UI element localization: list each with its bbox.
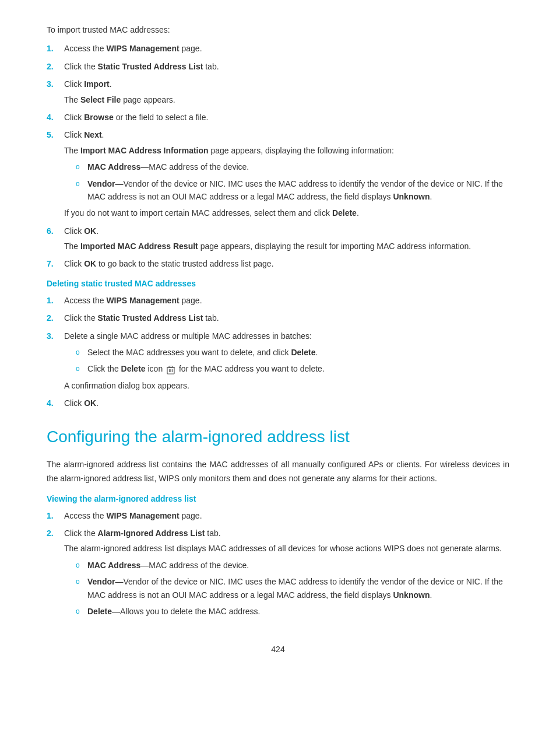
bullet-mac-address-1: o MAC Address—MAC address of the device. [76, 160, 509, 173]
delete-step-content-3: Delete a single MAC address or multiple … [64, 330, 509, 393]
view-bullet-text-delete: Delete—Allows you to delete the MAC addr… [87, 605, 261, 618]
svg-rect-2 [169, 366, 173, 368]
static-trusted-bold-1: Static Trusted Address List [98, 62, 203, 71]
import-step-1: 1. Access the WIPS Management page. [47, 42, 509, 55]
view-step-2: 2. Click the Alarm-Ignored Address List … [47, 527, 509, 621]
delete-step-3: 3. Delete a single MAC address or multip… [47, 330, 509, 393]
chapter-heading: Configuring the alarm-ignored address li… [47, 426, 509, 447]
step-content-2: Click the Static Trusted Address List ta… [64, 60, 509, 73]
delete-step-num-1: 1. [47, 294, 64, 307]
step-content-3: Click Import. The Select File page appea… [64, 78, 509, 106]
step-num-6: 6. [47, 225, 64, 237]
intro-text: To import trusted MAC addresses: [47, 23, 509, 36]
import-step-6: 6. Click OK. The Imported MAC Address Re… [47, 225, 509, 253]
view-bullet-icon-1: o [76, 559, 87, 571]
import-step-4: 4. Click Browse or the field to select a… [47, 111, 509, 124]
static-trusted-bold-2: Static Trusted Address List [98, 313, 203, 323]
imported-mac-result-bold: Imported MAC Address Result [80, 242, 198, 251]
view-bullet-icon-3: o [76, 605, 87, 617]
view-step2-bullets: o MAC Address—MAC address of the device.… [76, 559, 509, 618]
step5-subnote: The Import MAC Address Information page … [64, 144, 509, 157]
view-step-num-1: 1. [47, 509, 64, 522]
step-num-7: 7. [47, 257, 64, 270]
alarm-ignored-bold: Alarm-Ignored Address List [98, 528, 205, 538]
wips-mgmt-bold-1: WIPS Management [106, 44, 179, 53]
delete-bullet-icon-1: o [76, 346, 87, 358]
select-file-bold: Select File [80, 95, 121, 104]
view-step2-subnote: The alarm-ignored address list displays … [64, 542, 509, 555]
step-num-2: 2. [47, 60, 64, 73]
ok-bold-1: OK [84, 226, 96, 236]
step-content-7: Click OK to go back to the static truste… [64, 257, 509, 270]
view-step-content-2: Click the Alarm-Ignored Address List tab… [64, 527, 509, 621]
step-num-5: 5. [47, 128, 64, 141]
view-bullet-text-mac: MAC Address—MAC address of the device. [87, 559, 249, 572]
step5-extra: If you do not want to import certain MAC… [64, 206, 509, 219]
delete-step-2: 2. Click the Static Trusted Address List… [47, 312, 509, 324]
next-bold: Next [84, 130, 101, 139]
import-step-2: 2. Click the Static Trusted Address List… [47, 60, 509, 73]
wips-mgmt-bold-3: WIPS Management [106, 511, 179, 520]
view-step-1: 1. Access the WIPS Management page. [47, 509, 509, 522]
unknown-bold-2: Unknown [393, 590, 430, 600]
delete-step-num-3: 3. [47, 330, 64, 342]
view-bullet-mac: o MAC Address—MAC address of the device. [76, 559, 509, 572]
view-step-num-2: 2. [47, 527, 64, 540]
import-step-7: 7. Click OK to go back to the static tru… [47, 257, 509, 270]
browse-bold: Browse [84, 113, 114, 122]
bullet-text-vendor-1: Vendor—Vendor of the device or NIC. IMC … [87, 177, 509, 204]
delete-step-content-1: Access the WIPS Management page. [64, 294, 509, 307]
view-bullet-delete: o Delete—Allows you to delete the MAC ad… [76, 605, 509, 618]
step-num-4: 4. [47, 111, 64, 124]
vendor-bold-1: Vendor [87, 179, 115, 188]
view-bullet-icon-2: o [76, 575, 87, 587]
mac-address-bold-1: MAC Address [87, 162, 140, 172]
delete-step3-extra: A confirmation dialog box appears. [64, 379, 509, 392]
delete-bold-3: Delete [121, 364, 146, 373]
delete-step3-bullets: o Select the MAC addresses you want to d… [76, 346, 509, 376]
step-content-4: Click Browse or the field to select a fi… [64, 111, 509, 124]
deleting-section-heading: Deleting static trusted MAC addresses [47, 279, 509, 288]
delete-bullet-text-2: Click the Delete icon for the MAC addres… [87, 362, 325, 375]
viewing-section-heading: Viewing the alarm-ignored address list [47, 494, 509, 503]
ok-bold-3: OK [84, 398, 96, 408]
delete-bullet-1: o Select the MAC addresses you want to d… [76, 346, 509, 359]
view-bullet-vendor: o Vendor—Vendor of the device or NIC. IM… [76, 575, 509, 601]
bullet-vendor-1: o Vendor—Vendor of the device or NIC. IM… [76, 177, 509, 204]
delete-bullet-icon-2: o [76, 362, 87, 374]
step-num-3: 3. [47, 78, 64, 90]
bullet-icon-2: o [76, 177, 87, 190]
step6-subnote: The Imported MAC Address Result page app… [64, 240, 509, 253]
step-content-6: Click OK. The Imported MAC Address Resul… [64, 225, 509, 253]
view-step-content-1: Access the WIPS Management page. [64, 509, 509, 522]
step-content-1: Access the WIPS Management page. [64, 42, 509, 55]
delete-bold-2: Delete [291, 348, 315, 357]
view-bullet-text-vendor: Vendor—Vendor of the device or NIC. IMC … [87, 575, 509, 601]
delete-step-num-2: 2. [47, 312, 64, 324]
delete-step-4: 4. Click OK. [47, 397, 509, 410]
delete-step-1: 1. Access the WIPS Management page. [47, 294, 509, 307]
import-step-5: 5. Click Next. The Import MAC Address In… [47, 128, 509, 219]
unknown-bold-1: Unknown [393, 192, 430, 201]
delete-step-content-2: Click the Static Trusted Address List ta… [64, 312, 509, 324]
delete-bold-4: Delete [87, 607, 112, 616]
page-content: To import trusted MAC addresses: 1. Acce… [0, 0, 556, 756]
viewing-steps-list: 1. Access the WIPS Management page. 2. C… [47, 509, 509, 622]
page-number: 424 [47, 645, 509, 654]
step-content-5: Click Next. The Import MAC Address Infor… [64, 128, 509, 219]
vendor-bold-2: Vendor [87, 577, 115, 586]
step-num-1: 1. [47, 42, 64, 55]
bullet-text-mac-1: MAC Address—MAC address of the device. [87, 160, 249, 173]
delete-step-content-4: Click OK. [64, 397, 509, 410]
chapter-intro: The alarm-ignored address list contains … [47, 458, 509, 486]
import-bold: Import [84, 79, 110, 89]
import-step-3: 3. Click Import. The Select File page ap… [47, 78, 509, 106]
import-mac-bold: Import MAC Address Information [80, 146, 209, 155]
deleting-steps-list: 1. Access the WIPS Management page. 2. C… [47, 294, 509, 410]
trash-icon [166, 365, 175, 375]
delete-step-num-4: 4. [47, 397, 64, 410]
delete-bullet-text-1: Select the MAC addresses you want to del… [87, 346, 318, 359]
wips-mgmt-bold-2: WIPS Management [106, 296, 179, 305]
delete-bullet-2: o Click the Delete icon for the MAC addr… [76, 362, 509, 375]
bullet-icon-1: o [76, 160, 87, 173]
